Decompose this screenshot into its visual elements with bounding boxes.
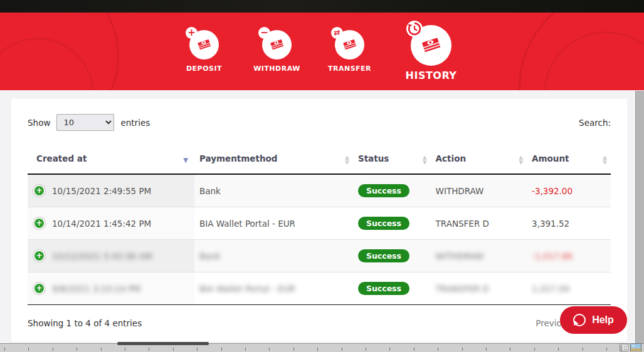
history-table: Created at ▼ Paymentmethod ▲▼ Status ▲▼ … — [28, 148, 611, 305]
nav-history[interactable]: HISTORY — [399, 25, 464, 81]
ruler-tick — [245, 348, 246, 351]
expand-row-button[interactable]: + — [34, 186, 44, 195]
nav-label: HISTORY — [406, 70, 457, 81]
ruler-tick — [558, 348, 559, 351]
ruler-tick — [317, 348, 318, 351]
status-cell: Success — [353, 207, 431, 240]
ruler-tick — [125, 348, 125, 351]
deposit-icon: + — [189, 30, 219, 60]
action-cell: TRANSFER D — [431, 207, 527, 240]
status-badge: Success — [358, 184, 409, 197]
withdraw-icon: − — [262, 30, 292, 60]
plus-badge-icon: + — [186, 27, 198, 39]
ruler-tick — [53, 348, 53, 351]
transfer-arrows-badge-icon: ⇄ — [331, 27, 343, 39]
nav-label: DEPOSIT — [186, 65, 222, 73]
status-cell: Success — [353, 174, 431, 207]
payment-method-cell: Bank — [194, 174, 353, 207]
ruler-tick — [4, 348, 5, 351]
list-view-icon[interactable] — [620, 344, 628, 351]
ruler-tick — [293, 348, 294, 351]
column-header-amount[interactable]: Amount ▲▼ — [527, 148, 611, 174]
amount-cell: 1,017.04 — [527, 272, 611, 305]
action-cell: WITHDRAW — [431, 240, 527, 272]
ruler-tick — [77, 348, 77, 351]
status-badge: Success — [358, 249, 409, 262]
ruler-tick — [583, 348, 583, 351]
expand-row-button[interactable]: + — [34, 284, 44, 293]
chat-bubble-icon — [573, 314, 586, 326]
table-controls: Show 10 entries Search: — [28, 114, 611, 131]
entries-info: Showing 1 to 4 of 4 entries — [28, 318, 142, 328]
sort-icon: ▲▼ — [603, 155, 607, 164]
nav-deposit[interactable]: + DEPOSIT — [181, 30, 228, 73]
history-table-card: Show 10 entries Search: Created at ▼ — [11, 99, 627, 341]
ruler-tick — [606, 348, 607, 351]
history-icon — [411, 25, 451, 66]
search-label: Search: — [579, 118, 611, 128]
status-badge: Success — [358, 282, 409, 295]
ruler-tick — [389, 348, 390, 351]
payment-method-cell: Bank — [194, 240, 353, 272]
ruler-tick — [510, 348, 510, 351]
entries-label: entries — [120, 118, 150, 128]
top-dark-band — [0, 0, 644, 13]
minus-badge-icon: − — [258, 27, 270, 39]
money-stack-icon — [340, 36, 359, 54]
wallet-nav: + DEPOSIT — [181, 13, 464, 81]
action-cell: TRANSFER D — [431, 272, 527, 305]
ruler-tick — [221, 348, 222, 351]
image-preview-icon[interactable] — [630, 343, 641, 351]
amount-cell: 3,391.52 — [527, 207, 611, 240]
status-cell: Success — [353, 240, 431, 272]
table-footer: Showing 1 to 4 of 4 entries Previous 1 — [28, 314, 611, 333]
nav-label: TRANSFER — [328, 65, 371, 73]
table-body: +10/15/2021 2:49:55 PMBankSuccessWITHDRA… — [28, 174, 611, 305]
created-at-cell: +10/14/2021 1:45:42 PM — [28, 207, 194, 240]
table-row: +9/8/2021 3:10:14 PMBIA Wallet Portal - … — [28, 272, 611, 305]
table-row: +10/12/2021 5:43:36 AMBankSuccessWITHDRA… — [28, 240, 611, 272]
ruler-tick — [486, 348, 487, 351]
bottom-bar-icons — [620, 343, 641, 351]
help-button[interactable]: Help — [560, 306, 627, 334]
bottom-timeline-bar — [0, 343, 644, 352]
column-header-created-at[interactable]: Created at ▼ — [28, 148, 194, 174]
created-at-cell: +10/15/2021 2:49:55 PM — [28, 174, 194, 207]
created-at-cell: +10/12/2021 5:43:36 AM — [28, 240, 194, 272]
status-badge: Success — [358, 217, 409, 230]
wallet-history-screen: + DEPOSIT — [0, 0, 644, 352]
column-header-paymentmethod[interactable]: Paymentmethod ▲▼ — [194, 148, 353, 174]
ruler-tick — [414, 348, 414, 351]
payment-method-cell: BIA Wallet Portal - EUR — [194, 272, 353, 305]
ruler-tick — [269, 348, 270, 351]
expand-row-button[interactable]: + — [34, 251, 44, 261]
entries-count-select[interactable]: 10 — [56, 114, 114, 131]
status-cell: Success — [353, 272, 431, 305]
nav-transfer[interactable]: ⇄ TRANSFER — [326, 30, 374, 73]
wallet-header: + DEPOSIT — [0, 13, 644, 90]
table-row: +10/15/2021 2:49:55 PMBankSuccessWITHDRA… — [28, 174, 611, 207]
table-header-row: Created at ▼ Paymentmethod ▲▼ Status ▲▼ … — [28, 148, 611, 174]
nav-withdraw[interactable]: − WITHDRAW — [253, 30, 301, 73]
ruler-tick — [149, 348, 149, 351]
nav-label: WITHDRAW — [253, 65, 300, 73]
amount-cell: -3,392.00 — [527, 174, 611, 207]
expand-row-button[interactable]: + — [34, 219, 44, 228]
action-cell: WITHDRAW — [431, 174, 527, 207]
ruler-tick — [462, 348, 463, 351]
table-row: +10/14/2021 1:45:42 PMBIA Wallet Portal … — [28, 207, 611, 240]
sort-icon: ▲▼ — [519, 155, 523, 164]
ruler-tick — [173, 348, 174, 351]
ruler-tick — [342, 348, 342, 351]
amount-cell: -1,017.86 — [527, 240, 611, 272]
payment-method-cell: BIA Wallet Portal - EUR — [194, 207, 353, 240]
horizontal-scrollbar-thumb[interactable] — [117, 342, 209, 345]
column-header-status[interactable]: Status ▲▼ — [353, 148, 431, 174]
page-length-control: Show 10 entries — [28, 114, 150, 131]
transfer-icon: ⇄ — [335, 30, 364, 60]
ruler-tick — [438, 348, 438, 351]
vertical-scrollbar[interactable] — [635, 91, 644, 343]
sort-icon: ▲▼ — [423, 155, 427, 164]
column-header-action[interactable]: Action ▲▼ — [431, 148, 527, 174]
ruler-tick — [28, 348, 29, 351]
